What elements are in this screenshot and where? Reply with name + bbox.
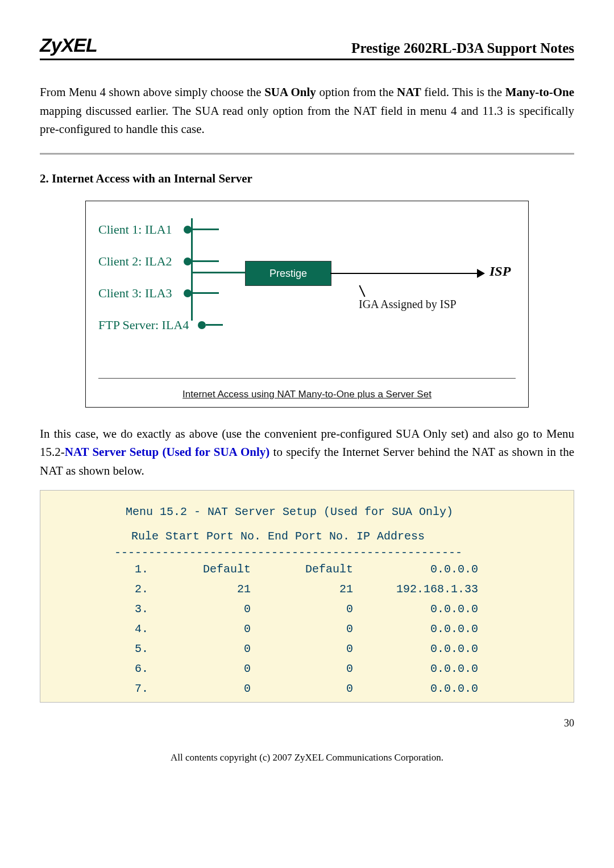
ip-address: 0.0.0.0 [370,599,495,619]
doc-title: Prestige 2602RL-D3A Support Notes [351,40,574,56]
bold-nat: NAT [397,85,421,99]
stub-line [192,292,219,294]
text: field. This is the [424,85,505,99]
rule-index: 4. [109,619,165,639]
ip-address: 0.0.0.0 [370,559,495,579]
ip-address: 192.168.1.33 [370,579,495,599]
rule-index: 3. [109,599,165,619]
arrow-head-icon [477,269,485,278]
end-port: Default [268,559,370,579]
node-dot-icon [198,321,206,329]
start-port: 0 [165,639,268,659]
iga-label: IGA Assigned by ISP [359,298,457,311]
bold-many-to-one: Many-to-One [505,85,574,99]
end-port: 0 [268,659,370,679]
client1-label: Client 1: ILA1 [98,222,184,237]
start-port: 0 [165,599,268,619]
end-port: 0 [268,679,370,699]
prestige-box: Prestige [245,261,331,286]
rule-index: 2. [109,579,165,599]
start-port: 0 [165,659,268,679]
table-row: 6.000.0.0.0 [109,659,495,679]
section-heading: 2. Internet Access with an Internal Serv… [40,172,574,186]
logo: ZyXEL [40,34,97,56]
table-row: 2.2121192.168.1.33 [109,579,495,599]
connector-line [192,272,246,273]
end-port: 0 [268,639,370,659]
divider [40,153,574,155]
text: mapping discussed earlier. The SUA read … [40,104,574,136]
menu-link[interactable]: NAT Server Setup (Used for SUA Only) [65,445,270,459]
text: option from the [319,85,397,99]
start-port: 0 [165,679,268,699]
body-paragraph: In this case, we do exactly as above (us… [40,425,574,480]
ip-address: 0.0.0.0 [370,679,495,699]
node-dot-icon [184,258,192,265]
isp-label: ISP [489,264,511,279]
nat-server-table: 1.DefaultDefault0.0.0.02.2121192.168.1.3… [109,559,495,699]
client-row: FTP Server: ILA4 [98,309,516,341]
rule-index: 6. [109,659,165,679]
table-row: 7.000.0.0.0 [109,679,495,699]
start-port: 0 [165,619,268,639]
network-diagram: Prestige ISP IGA Assigned by ISP Client … [85,201,529,408]
client-row: Client 1: ILA1 [98,214,516,246]
rule-index: 5. [109,639,165,659]
table-row: 3.000.0.0.0 [109,599,495,619]
rule-index: 1. [109,559,165,579]
column-headers: Rule Start Port No. End Port No. IP Addr… [57,530,557,543]
end-port: 21 [268,579,370,599]
table-row: 5.000.0.0.0 [109,639,495,659]
node-dot-icon [184,226,192,234]
end-port: 0 [268,619,370,639]
terminal-box: Menu 15.2 - NAT Server Setup (Used for S… [40,490,574,703]
intro-paragraph: From Menu 4 shown above simply choose th… [40,83,574,139]
stub-line [206,324,223,326]
end-port: 0 [268,599,370,619]
client2-label: Client 2: ILA2 [98,254,184,269]
ip-address: 0.0.0.0 [370,639,495,659]
page-header: ZyXEL Prestige 2602RL-D3A Support Notes [40,34,574,60]
client3-label: Client 3: ILA3 [98,286,184,301]
ftp-server-label: FTP Server: ILA4 [98,318,198,333]
footer-copyright: All contents copyright (c) 2007 ZyXEL Co… [40,752,574,763]
node-dot-icon [184,289,192,297]
arrow-line [330,273,478,274]
ip-address: 0.0.0.0 [370,619,495,639]
rule-index: 7. [109,679,165,699]
text: From Menu 4 shown above simply choose th… [40,85,264,99]
start-port: 21 [165,579,268,599]
table-row: 1.DefaultDefault0.0.0.0 [109,559,495,579]
bold-sua-only: SUA Only [264,85,316,99]
stub-line [192,229,219,230]
page-number: 30 [40,717,574,729]
menu-title: Menu 15.2 - NAT Server Setup (Used for S… [57,505,557,518]
separator-dashes: ----------------------------------------… [57,546,557,559]
table-row: 4.000.0.0.0 [109,619,495,639]
ip-address: 0.0.0.0 [370,659,495,679]
diagram-caption: Internet Access using NAT Many-to-One pl… [98,378,516,400]
stub-line [192,260,219,262]
start-port: Default [165,559,268,579]
vertical-bus-line [191,218,193,321]
